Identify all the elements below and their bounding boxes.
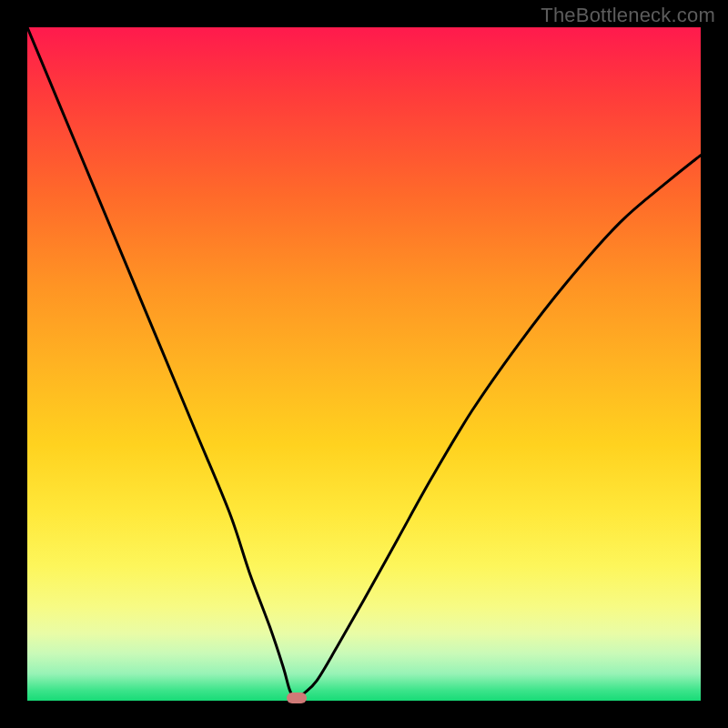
watermark-text: TheBottleneck.com bbox=[541, 4, 715, 27]
curve-path bbox=[27, 27, 701, 701]
chart-frame: TheBottleneck.com bbox=[0, 0, 728, 728]
chart-svg bbox=[27, 27, 701, 701]
chart-plot-area bbox=[27, 27, 701, 701]
anchor-marker bbox=[287, 693, 307, 703]
